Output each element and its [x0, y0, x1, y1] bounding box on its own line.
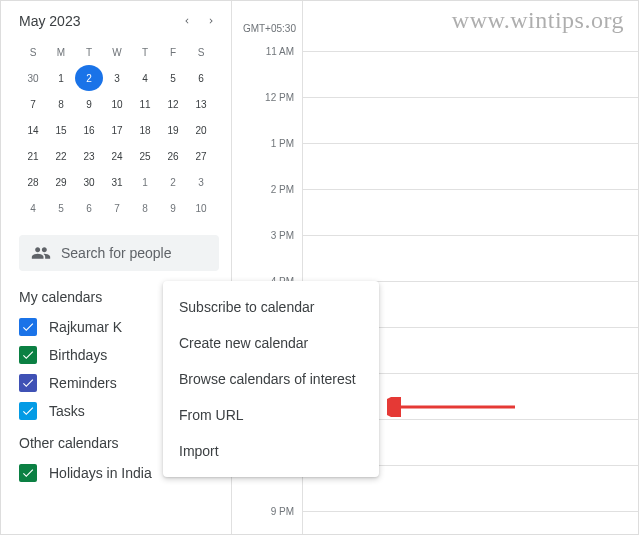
calendar-day[interactable]: 2 [75, 65, 103, 91]
calendar-day[interactable]: 17 [103, 117, 131, 143]
calendar-day[interactable]: 8 [131, 195, 159, 221]
menu-subscribe[interactable]: Subscribe to calendar [163, 289, 379, 325]
calendar-day[interactable]: 30 [75, 169, 103, 195]
calendar-day[interactable]: 11 [131, 91, 159, 117]
time-label: 12 PM [265, 92, 294, 103]
calendar-label: Reminders [49, 375, 117, 391]
calendar-day[interactable]: 22 [47, 143, 75, 169]
next-month-button[interactable] [199, 9, 223, 33]
day-header: T [75, 39, 103, 65]
calendar-day[interactable]: 24 [103, 143, 131, 169]
month-title[interactable]: May 2023 [19, 13, 175, 29]
menu-browse-interest[interactable]: Browse calendars of interest [163, 361, 379, 397]
menu-import[interactable]: Import [163, 433, 379, 469]
calendar-checkbox[interactable] [19, 318, 37, 336]
time-label: 1 PM [271, 138, 294, 149]
calendar-day[interactable]: 4 [131, 65, 159, 91]
calendar-day[interactable]: 9 [75, 91, 103, 117]
time-label: 11 AM [266, 46, 294, 57]
calendar-checkbox[interactable] [19, 402, 37, 420]
timezone-label: GMT+05:30 [243, 23, 296, 34]
calendar-day[interactable]: 26 [159, 143, 187, 169]
watermark-text: www.wintips.org [452, 7, 624, 34]
menu-from-url[interactable]: From URL [163, 397, 379, 433]
hour-gridline [303, 143, 638, 144]
calendar-day[interactable]: 29 [47, 169, 75, 195]
calendar-day[interactable]: 28 [19, 169, 47, 195]
calendar-day[interactable]: 20 [187, 117, 215, 143]
calendar-day[interactable]: 1 [47, 65, 75, 91]
calendar-day[interactable]: 3 [187, 169, 215, 195]
calendar-day[interactable]: 5 [159, 65, 187, 91]
calendar-day[interactable]: 25 [131, 143, 159, 169]
calendar-day[interactable]: 6 [187, 65, 215, 91]
time-label: 9 PM [271, 506, 294, 517]
calendar-day[interactable]: 7 [19, 91, 47, 117]
calendar-day[interactable]: 5 [47, 195, 75, 221]
calendar-day[interactable]: 21 [19, 143, 47, 169]
time-label: 3 PM [271, 230, 294, 241]
chevron-left-icon [182, 16, 192, 26]
calendar-day[interactable]: 9 [159, 195, 187, 221]
calendar-day[interactable]: 18 [131, 117, 159, 143]
calendar-checkbox[interactable] [19, 346, 37, 364]
mini-calendar: SMTWTFS 30123456789101112131415161718192… [19, 39, 219, 221]
calendar-checkbox[interactable] [19, 374, 37, 392]
calendar-day[interactable]: 10 [187, 195, 215, 221]
calendar-day[interactable]: 14 [19, 117, 47, 143]
calendar-day[interactable]: 12 [159, 91, 187, 117]
calendar-label: Birthdays [49, 347, 107, 363]
search-people-input[interactable]: Search for people [19, 235, 219, 271]
month-header: May 2023 [19, 9, 231, 33]
day-header: F [159, 39, 187, 65]
calendar-label: Holidays in India [49, 465, 152, 481]
calendar-day[interactable]: 7 [103, 195, 131, 221]
calendar-day[interactable]: 1 [131, 169, 159, 195]
day-header: W [103, 39, 131, 65]
hour-gridline [303, 235, 638, 236]
time-label: 2 PM [271, 184, 294, 195]
hour-gridline [303, 51, 638, 52]
annotation-arrow [387, 397, 517, 417]
search-placeholder: Search for people [61, 245, 172, 261]
other-calendars-menu: Subscribe to calendar Create new calenda… [163, 281, 379, 477]
hour-gridline [303, 97, 638, 98]
calendar-day[interactable]: 30 [19, 65, 47, 91]
calendar-day[interactable]: 16 [75, 117, 103, 143]
calendar-day[interactable]: 27 [187, 143, 215, 169]
calendar-label: Tasks [49, 403, 85, 419]
calendar-checkbox[interactable] [19, 464, 37, 482]
prev-month-button[interactable] [175, 9, 199, 33]
calendar-day[interactable]: 31 [103, 169, 131, 195]
calendar-day[interactable]: 19 [159, 117, 187, 143]
calendar-day[interactable]: 15 [47, 117, 75, 143]
calendar-day[interactable]: 13 [187, 91, 215, 117]
calendar-day[interactable]: 4 [19, 195, 47, 221]
calendar-day[interactable]: 6 [75, 195, 103, 221]
chevron-right-icon [206, 16, 216, 26]
hour-gridline [303, 189, 638, 190]
calendar-day[interactable]: 23 [75, 143, 103, 169]
hour-gridline [303, 511, 638, 512]
day-header: T [131, 39, 159, 65]
day-header: M [47, 39, 75, 65]
calendar-day[interactable]: 10 [103, 91, 131, 117]
calendar-day[interactable]: 2 [159, 169, 187, 195]
calendar-label: Rajkumar K [49, 319, 122, 335]
day-header: S [19, 39, 47, 65]
menu-create-calendar[interactable]: Create new calendar [163, 325, 379, 361]
people-icon [31, 243, 51, 263]
calendar-day[interactable]: 8 [47, 91, 75, 117]
day-header: S [187, 39, 215, 65]
calendar-day[interactable]: 3 [103, 65, 131, 91]
